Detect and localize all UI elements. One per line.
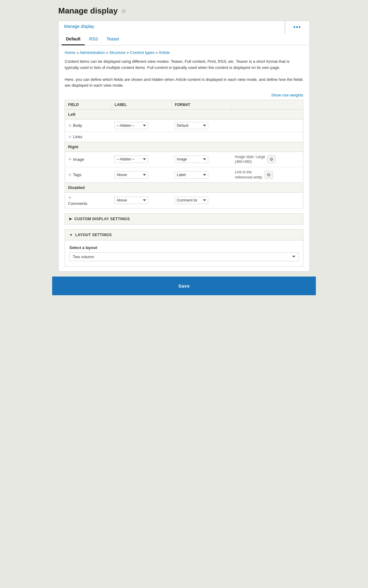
custom-display-settings-label: CUSTOM DISPLAY SETTINGS (75, 217, 130, 221)
comments-label-select[interactable]: – Hidden – Above Inline Visually Hidden (114, 197, 148, 204)
breadcrumb-structure[interactable]: Structure (109, 50, 125, 55)
tab-default[interactable]: Default (62, 33, 85, 45)
table-row: Tags – Hidden – Above Inline Visually Hi… (65, 167, 303, 183)
th-format: FORMAT (171, 100, 232, 109)
field-name-tags: Tags (73, 172, 81, 177)
section-right: Right (65, 142, 303, 152)
field-name-image: Image (73, 157, 84, 162)
breadcrumb-administration[interactable]: Administration (79, 50, 105, 55)
table-row: Image – Hidden – Above Inline Visually H… (65, 152, 303, 167)
top-tab-bar: Manage display ••• (58, 21, 310, 33)
more-tab[interactable]: ••• (285, 21, 309, 33)
table-row: Comments – Hidden – Above Inline Visuall… (65, 192, 303, 208)
layout-settings-body: Select a layout Two column One column Th… (65, 240, 303, 266)
select-layout-label: Select a layout (69, 245, 299, 250)
image-label-select[interactable]: – Hidden – Above Inline Visually Hidden (114, 156, 148, 163)
custom-display-settings-header[interactable]: ▶ CUSTOM DISPLAY SETTINGS (65, 214, 303, 224)
tags-format-select[interactable]: Label Default Plain text (174, 171, 208, 179)
breadcrumb-home[interactable]: Home (65, 50, 75, 55)
save-bar: Save (52, 277, 316, 295)
body-label-select[interactable]: – Hidden – Above Inline Visually Hidden (114, 122, 148, 129)
drag-handle-links[interactable] (68, 134, 72, 139)
th-field: FIELD (65, 100, 112, 109)
th-label: LABEL (111, 100, 171, 109)
layout-select-wrapper: Two column One column Three column (69, 252, 299, 261)
tags-settings-button[interactable]: ⚙ (265, 171, 273, 179)
field-name-links: Links (73, 134, 82, 139)
drag-handle-image[interactable] (68, 157, 72, 162)
show-row-weights-link[interactable]: Show row weights (271, 93, 303, 97)
comments-format-select[interactable]: Comment lis Default (174, 197, 208, 204)
page-title-text: Manage display (58, 6, 118, 16)
breadcrumb-content-types[interactable]: Content types (130, 50, 155, 55)
bookmark-icon[interactable]: ☆ (121, 7, 126, 15)
layout-settings-accordion: ▼ LAYOUT SETTINGS Select a layout Two co… (65, 229, 303, 266)
image-format-info: Image style: Large(480×480) (235, 154, 265, 165)
field-name-comments: Comments (68, 201, 87, 206)
table-row: Body – Hidden – Above Inline Visually Hi… (65, 119, 303, 132)
custom-display-settings-arrow: ▶ (69, 217, 72, 221)
tags-label-select[interactable]: – Hidden – Above Inline Visually Hidden (114, 171, 148, 179)
sub-tabs: Default RSS Teaser (58, 33, 310, 45)
section-left: Left (65, 109, 303, 119)
drag-handle-comments[interactable] (68, 195, 72, 200)
body-format-select[interactable]: Default Plain text Trimmed Summary or tr… (174, 122, 208, 129)
image-format-select[interactable]: Image Default Plain text (174, 156, 208, 163)
tags-format-info: Link to thereferenced entity (235, 170, 262, 180)
layout-settings-label: LAYOUT SETTINGS (75, 233, 112, 237)
tab-rss[interactable]: RSS (85, 33, 102, 45)
show-row-weights-container: Show row weights (65, 93, 303, 97)
drag-handle-body[interactable] (68, 123, 72, 128)
field-name-body: Body (73, 123, 82, 128)
breadcrumb-article[interactable]: Article (159, 50, 170, 55)
tab-teaser[interactable]: Teaser (102, 33, 124, 45)
breadcrumb: Home » Administration » Structure » Cont… (65, 50, 303, 55)
layout-settings-header[interactable]: ▼ LAYOUT SETTINGS (65, 230, 303, 240)
save-button[interactable]: Save (166, 281, 202, 291)
custom-display-settings-accordion: ▶ CUSTOM DISPLAY SETTINGS (65, 213, 303, 224)
table-row: Links (65, 132, 303, 142)
drag-handle-tags[interactable] (68, 172, 72, 177)
th-extra (232, 100, 303, 109)
manage-display-tab[interactable]: Manage display (59, 21, 285, 33)
description-text: Content items can be displayed using dif… (65, 58, 303, 89)
fields-table: FIELD LABEL FORMAT Left Body (65, 100, 303, 209)
content-area: Home » Administration » Structure » Cont… (58, 45, 310, 272)
page-title: Manage display ☆ (58, 6, 310, 16)
section-disabled: Disabled (65, 183, 303, 192)
layout-settings-arrow: ▼ (69, 233, 73, 237)
image-settings-button[interactable]: ⚙ (267, 155, 276, 163)
layout-select[interactable]: Two column One column Three column (69, 252, 299, 261)
